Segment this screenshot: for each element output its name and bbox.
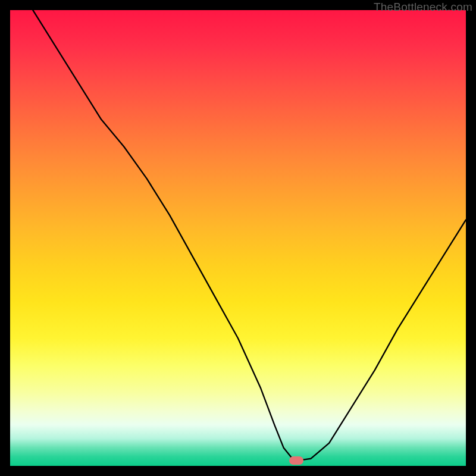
optimal-marker: [289, 456, 303, 465]
bottleneck-curve: [10, 10, 466, 466]
chart-frame: TheBottleneck.com: [0, 0, 476, 476]
watermark-text: TheBottleneck.com: [374, 1, 472, 14]
plot-area: [10, 10, 466, 466]
